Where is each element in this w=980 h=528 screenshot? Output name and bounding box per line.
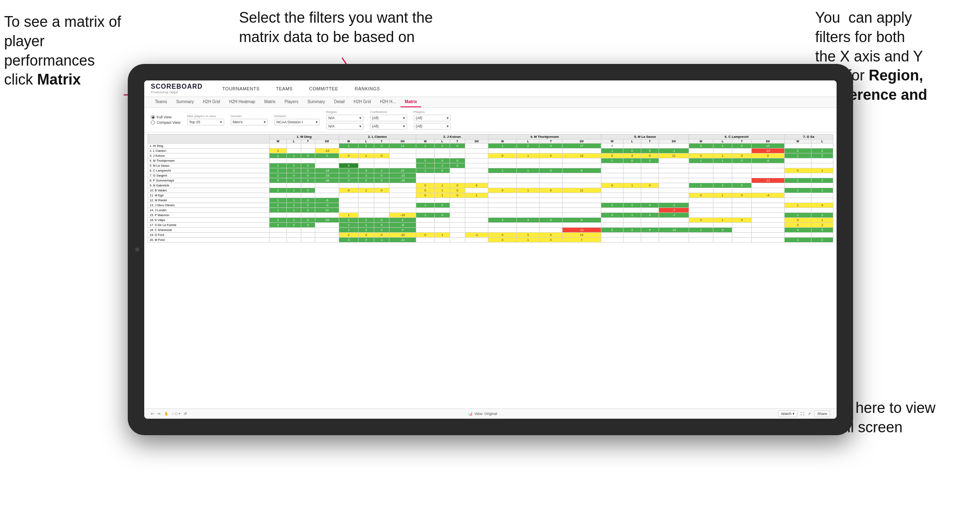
data-cell: 0 [488,238,517,243]
data-cell [488,223,517,228]
data-cell: 0 [641,213,659,218]
conference-y-select[interactable]: (All) ▾ [370,123,407,130]
data-cell: 1 [465,193,488,198]
data-cell [416,238,435,243]
data-cell [601,188,623,193]
data-cell: 3 [517,218,539,223]
data-cell: 2 [339,218,359,223]
data-cell [689,188,713,193]
data-cell: -11 [562,228,601,233]
data-cell: 0 [784,223,811,228]
data-cell: -3 [315,203,339,208]
data-cell [517,183,539,188]
table-row: 10. B Valdes1100100100101111 [148,188,833,193]
sub-w-1: W [269,139,287,144]
data-cell [659,193,689,198]
table-row: 5. M La Sasso1006110 [148,163,833,168]
undo-icon[interactable]: ↩ [151,412,154,416]
data-cell [359,193,374,198]
data-cell: 11 [562,188,601,193]
sub-w-2: W [339,139,359,144]
subtab-h2hheatmap[interactable]: H2H Heatmap [225,97,259,107]
redo-icon[interactable]: ↪ [157,412,161,416]
region-x-select[interactable]: N/A ▾ [326,115,363,121]
data-cell: 3 [811,203,833,208]
data-cell: 0 [339,153,359,158]
subtab-h2hgrid[interactable]: H2H Grid [199,97,224,107]
compact-view-radio[interactable]: Compact View [151,120,181,125]
table-row: 13. J Skov Olesen110-310220-113 [148,203,833,208]
data-cell: 1 [517,188,539,193]
nav-tournaments[interactable]: TOURNAMENTS [219,85,263,93]
zoom-in[interactable]: + [178,412,181,416]
data-cell [811,173,833,178]
data-cell [562,158,601,163]
subtab-h2hgrid2[interactable]: H2H Grid [349,97,375,107]
share-label[interactable]: Share [814,410,830,417]
data-cell: 1 [339,228,359,233]
players-x-select[interactable]: (All) ▾ [414,115,451,121]
data-cell: -25 [315,218,339,223]
data-cell: 0 [623,158,641,163]
data-cell [539,213,562,218]
data-cell: 0 [732,153,752,158]
fullscreen-icon[interactable]: ⛶ [801,412,804,416]
subtab-matrix2[interactable]: Matrix [401,97,421,107]
subtab-matrix1[interactable]: Matrix [260,97,279,107]
data-cell: 0 [641,148,659,153]
subtab-h2hh[interactable]: H2H H... [376,97,400,107]
data-cell [435,218,450,223]
view-original-label[interactable]: View: Original [474,412,497,416]
data-cell: 0 [301,153,315,158]
data-cell: 0 [539,218,562,223]
conference-x-select[interactable]: (All) ▾ [370,115,407,121]
nav-committee[interactable]: COMMITTEE [306,85,342,93]
data-cell [287,228,301,233]
max-players-select[interactable]: Top 25 ▾ [187,119,224,125]
data-cell: 1 [435,183,450,188]
watch-button[interactable]: Watch ▾ [778,410,797,417]
data-cell: 1 [339,144,359,148]
hand-icon[interactable]: ✋ [164,412,169,416]
nav-teams[interactable]: TEAMS [273,85,296,93]
data-cell [623,223,641,228]
data-cell [623,233,641,238]
region-y-select[interactable]: N/A ▾ [326,123,363,130]
data-cell: 2 [359,144,374,148]
players-y-select[interactable]: (All) ▾ [414,123,451,130]
full-view-radio[interactable]: Full View [151,115,181,119]
data-cell: -6 [751,158,784,163]
sub-w-3: W [416,139,435,144]
subtab-summary1[interactable]: Summary [172,97,198,107]
nav-rankings[interactable]: RANKINGS [352,85,383,93]
data-cell: -16 [315,148,339,153]
data-cell: 5 [811,228,833,233]
share-icon[interactable]: ↗ [808,412,811,416]
zoom-out[interactable]: − [172,412,174,416]
data-cell [517,178,539,183]
gender-select[interactable]: Men's ▾ [231,119,268,125]
subtab-summary2[interactable]: Summary [303,97,329,107]
data-cell [623,144,641,148]
data-cell [359,158,374,163]
data-cell: 0 [301,168,315,173]
data-cell: 0 [416,233,435,238]
data-cell [659,178,689,183]
subtab-players[interactable]: Players [281,97,302,107]
data-cell [689,178,713,183]
data-cell: 0 [601,183,623,188]
data-cell [732,238,752,243]
refresh-icon[interactable]: ↺ [184,412,187,416]
data-cell [539,203,562,208]
sub-dif-4: Dif [562,139,601,144]
toolbar-center: 📊 View: Original [468,412,497,416]
data-cell [623,173,641,178]
data-cell [416,178,435,183]
subtab-teams[interactable]: Teams [151,97,171,107]
division-select[interactable]: NCAA Division I ▾ [274,119,320,125]
data-cell: 0 [301,208,315,213]
subtab-detail[interactable]: Detail [330,97,349,107]
data-cell [339,148,359,153]
zoom-fit[interactable]: □ [175,412,177,416]
player-name-cell: 18. C Sherwood [148,228,270,233]
